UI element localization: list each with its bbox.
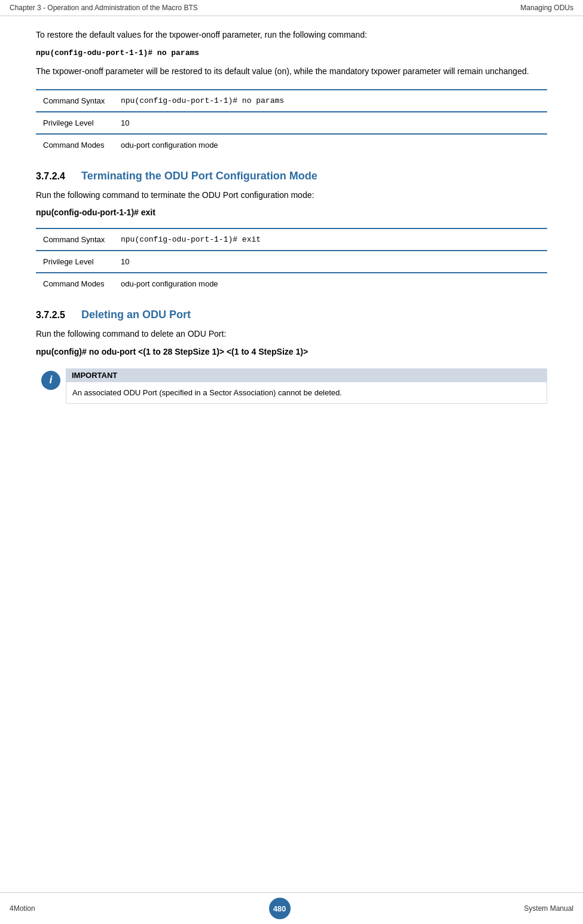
table2-modes-row: Command Modes odu-port configuration mod… xyxy=(36,273,547,294)
page-footer: 4Motion 480 System Manual xyxy=(0,892,583,924)
table1-modes-row: Command Modes odu-port configuration mod… xyxy=(36,134,547,155)
important-header: IMPORTANT xyxy=(66,368,547,382)
table2-syntax-label: Command Syntax xyxy=(36,228,114,251)
table2-privilege-value: 10 xyxy=(114,251,547,273)
section2-number: 3.7.2.5 xyxy=(36,310,72,321)
section2-command-rest: <(1 to 28 StepSize 1)> <(1 to 4 StepSize… xyxy=(136,347,308,356)
intro-command1: npu(config-odu-port-1-1)# no params xyxy=(36,48,547,57)
section1-title: Terminating the ODU Port Configuration M… xyxy=(81,170,318,182)
table2-privilege-label: Privilege Level xyxy=(36,251,114,273)
important-body: An associated ODU Port (specified in a S… xyxy=(66,382,547,404)
info-table-2: Command Syntax npu(config-odu-port-1-1)#… xyxy=(36,228,547,294)
footer-page-number: 480 xyxy=(269,898,291,919)
section1-number: 3.7.2.4 xyxy=(36,171,72,182)
table1-modes-label: Command Modes xyxy=(36,134,114,155)
section2-title: Deleting an ODU Port xyxy=(81,309,191,321)
important-icon-area: i xyxy=(36,368,66,404)
important-content: IMPORTANT An associated ODU Port (specif… xyxy=(66,368,547,404)
header-left: Chapter 3 - Operation and Administration… xyxy=(10,4,198,12)
intro-para2: The txpower-onoff parameter will be rest… xyxy=(36,65,547,78)
intro-para1: To restore the default values for the tx… xyxy=(36,28,547,41)
section1-heading: 3.7.2.4 Terminating the ODU Port Configu… xyxy=(36,170,547,182)
table1-privilege-value: 10 xyxy=(114,112,547,134)
table1-syntax-label: Command Syntax xyxy=(36,90,114,112)
footer-right: System Manual xyxy=(524,904,573,913)
section2-heading: 3.7.2.5 Deleting an ODU Port xyxy=(36,309,547,321)
section2-command-bold: npu(config)# no odu-port xyxy=(36,347,136,356)
info-icon: i xyxy=(41,371,60,390)
section1-command: npu(config-odu-port-1-1)# exit xyxy=(36,208,547,217)
section2-body: Run the following command to delete an O… xyxy=(36,327,547,340)
info-table-1: Command Syntax npu(config-odu-port-1-1)#… xyxy=(36,89,547,155)
page-header: Chapter 3 - Operation and Administration… xyxy=(0,0,583,16)
section2-command: npu(config)# no odu-port <(1 to 28 StepS… xyxy=(36,347,547,356)
table1-privilege-label: Privilege Level xyxy=(36,112,114,134)
table2-privilege-row: Privilege Level 10 xyxy=(36,251,547,273)
table2-syntax-value: npu(config-odu-port-1-1)# exit xyxy=(114,228,547,251)
section1-body: Run the following command to terminate t… xyxy=(36,188,547,202)
table2-syntax-row: Command Syntax npu(config-odu-port-1-1)#… xyxy=(36,228,547,251)
important-box: i IMPORTANT An associated ODU Port (spec… xyxy=(36,368,547,404)
table1-modes-value: odu-port configuration mode xyxy=(114,134,547,155)
table2-modes-value: odu-port configuration mode xyxy=(114,273,547,294)
header-right: Managing ODUs xyxy=(520,4,573,12)
table1-syntax-value: npu(config-odu-port-1-1)# no params xyxy=(114,90,547,112)
table1-syntax-row: Command Syntax npu(config-odu-port-1-1)#… xyxy=(36,90,547,112)
table2-modes-label: Command Modes xyxy=(36,273,114,294)
main-content: To restore the default values for the tx… xyxy=(0,16,583,452)
footer-left: 4Motion xyxy=(10,904,35,913)
table1-privilege-row: Privilege Level 10 xyxy=(36,112,547,134)
